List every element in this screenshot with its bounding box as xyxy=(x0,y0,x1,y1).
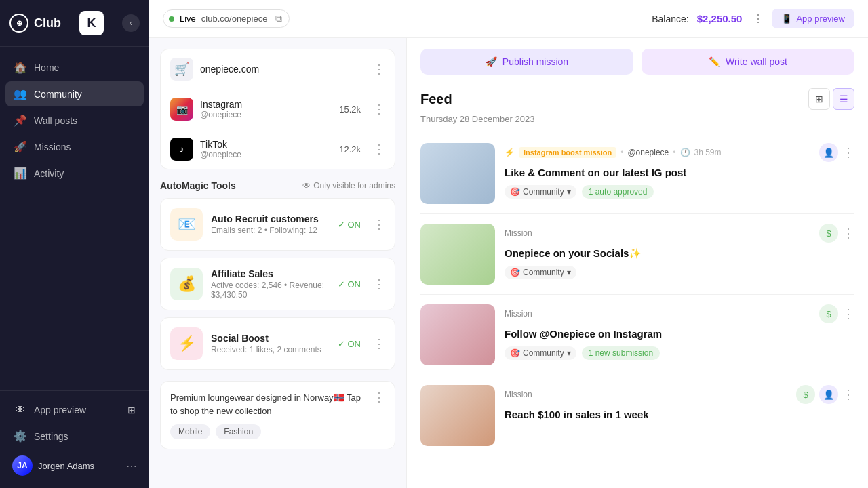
social-links-list: 🛒 onepiece.com ⋮ 📷 Instagram @onepiece 1… xyxy=(160,49,395,169)
site-url[interactable]: club.co/onepiece xyxy=(201,14,268,24)
community-badge-1[interactable]: 🎯 Community ▾ xyxy=(505,185,576,199)
post-options-button[interactable]: ⋮ xyxy=(373,391,385,403)
tool-name: Social Boost xyxy=(211,333,330,344)
feed-item-more-3[interactable]: ⋮ xyxy=(842,308,854,320)
user-row: JA Jorgen Adams ⋯ xyxy=(5,450,144,481)
sidebar-item-activity[interactable]: 📊 Activity xyxy=(5,161,144,186)
community-badge-3[interactable]: 🎯 Community ▾ xyxy=(505,346,576,360)
recruit-icon: 📧 xyxy=(170,208,203,241)
sidebar-item-home[interactable]: 🏠 Home xyxy=(5,55,144,80)
follower-count-tiktok: 12.2k xyxy=(339,144,361,155)
feed-item-header-3: Mission $ ⋮ xyxy=(505,304,854,323)
sidebar-item-missions[interactable]: 🚀 Missions xyxy=(5,134,144,159)
feed-item-more-2[interactable]: ⋮ xyxy=(842,227,854,239)
tool-auto-recruit: 📧 Auto Recruit customers Emails sent: 2 … xyxy=(160,198,395,251)
tool-options-social[interactable]: ⋮ xyxy=(373,338,385,350)
tool-name: Affiliate Sales xyxy=(211,268,330,279)
sidebar-item-app-preview[interactable]: 👁 App preview ⊞ xyxy=(5,398,144,422)
feed-action-icon-1[interactable]: 👤 xyxy=(819,143,838,162)
tool-meta: Received: 1 likes, 2 comments xyxy=(211,345,330,354)
mobile-icon: 📱 xyxy=(781,14,792,24)
topbar: Live club.co/onepiece ⧉ Balance: $2,250.… xyxy=(149,0,868,38)
feed-item: Mission $ ⋮ Onepiece on your Socials✨ 🎯 … xyxy=(420,214,854,295)
sidebar-item-wall-posts[interactable]: 📌 Wall posts xyxy=(5,108,144,133)
sidebar-item-label: Activity xyxy=(34,168,64,179)
sidebar-item-label: Settings xyxy=(34,431,68,442)
sidebar-item-label: Community xyxy=(34,89,82,100)
live-badge: Live club.co/onepiece ⧉ xyxy=(163,9,290,28)
tool-name: Auto Recruit customers xyxy=(211,214,330,224)
feed-view-toggle: ⊞ ☰ xyxy=(808,88,854,110)
target-icon: 🎯 xyxy=(510,348,520,358)
tool-options-affiliate[interactable]: ⋮ xyxy=(373,278,385,290)
sidebar-item-settings[interactable]: ⚙️ Settings xyxy=(5,424,144,449)
social-link-shop: 🛒 onepiece.com ⋮ xyxy=(161,49,395,89)
feed-content-4: Mission $ 👤 ⋮ Reach $100 in sales in 1 w… xyxy=(505,385,854,427)
mission-type-label: Mission xyxy=(505,309,532,319)
feed-item-more-1[interactable]: ⋮ xyxy=(842,146,854,159)
balance-amount: $2,250.50 xyxy=(697,13,743,24)
list-view-button[interactable]: ☰ xyxy=(833,88,854,110)
sidebar-item-community[interactable]: 👥 Community xyxy=(5,81,144,106)
tool-info-affiliate: Affiliate Sales Active codes: 2,546 • Re… xyxy=(211,268,330,300)
avatar: JA xyxy=(12,455,33,476)
write-wall-post-button[interactable]: ✏️ Write wall post xyxy=(642,49,854,75)
feed-item-title-2: Onepiece on your Socials✨ xyxy=(505,247,854,260)
user-options-button[interactable]: ⋯ xyxy=(126,460,137,472)
feed-date: Thursday 28 December 2023 xyxy=(420,114,854,124)
feed-item-more-4[interactable]: ⋮ xyxy=(842,388,854,401)
collapse-sidebar-button[interactable]: ‹ xyxy=(122,14,140,32)
publish-mission-button[interactable]: 🚀 Publish mission xyxy=(420,49,633,75)
feed-time: 3h 59m xyxy=(694,148,722,157)
feed-action-icon-4a[interactable]: $ xyxy=(796,385,815,404)
brand-icon: K xyxy=(79,11,104,35)
tool-options-recruit[interactable]: ⋮ xyxy=(373,218,385,230)
mission-type-label: Mission xyxy=(505,228,532,238)
grid-view-button[interactable]: ⊞ xyxy=(808,88,830,110)
social-link-handle: @onepiece xyxy=(200,150,332,159)
balance-label: Balance: xyxy=(652,14,688,24)
automagic-tools-section: AutoMagic Tools 👁 Only visible for admin… xyxy=(160,180,395,370)
tool-affiliate: 💰 Affiliate Sales Active codes: 2,546 • … xyxy=(160,258,395,310)
qr-icon[interactable]: ⊞ xyxy=(127,405,136,415)
feed-item-title-4: Reach $100 in sales in 1 week xyxy=(505,408,854,422)
social-link-options-shop[interactable]: ⋮ xyxy=(373,63,385,75)
feed-action-icon-3[interactable]: $ xyxy=(819,304,838,323)
home-icon: 🏠 xyxy=(14,61,27,74)
sidebar-bottom: 👁 App preview ⊞ ⚙️ Settings JA Jorgen Ad… xyxy=(0,390,149,488)
user-name: Jorgen Adams xyxy=(38,461,121,471)
feed-item-title-1: Like & Comment on our latest IG post xyxy=(505,166,854,180)
tool-meta: Active codes: 2,546 • Revenue: $3,430.50 xyxy=(211,281,330,300)
tool-status-affiliate: ✓ ON xyxy=(338,279,361,289)
tools-header: AutoMagic Tools 👁 Only visible for admin… xyxy=(160,180,395,191)
shop-icon: 🛒 xyxy=(170,58,193,81)
social-link-name: TikTok xyxy=(200,139,332,150)
feed-item-header-4: Mission $ 👤 ⋮ xyxy=(505,385,854,404)
social-link-options-instagram[interactable]: ⋮ xyxy=(373,103,385,115)
social-link-options-tiktok[interactable]: ⋮ xyxy=(373,143,385,155)
feed-content-3: Mission $ ⋮ Follow @Onepiece on Instagra… xyxy=(505,304,854,360)
left-panel: 🛒 onepiece.com ⋮ 📷 Instagram @onepiece 1… xyxy=(149,38,407,488)
main: Live club.co/onepiece ⧉ Balance: $2,250.… xyxy=(149,0,868,488)
feed-item: ⚡ Instagram boost mission • @onepiece • … xyxy=(420,134,854,214)
feed-item-title-3: Follow @Onepiece on Instagram xyxy=(505,327,854,341)
sidebar-item-label: Home xyxy=(34,62,59,73)
feed-action-icon-4b[interactable]: 👤 xyxy=(819,385,838,404)
approved-badge-1: 1 auto approved xyxy=(582,185,654,199)
pencil-icon: ✏️ xyxy=(709,56,720,67)
community-badge-2[interactable]: 🎯 Community ▾ xyxy=(505,266,576,279)
social-link-instagram: 📷 Instagram @onepiece 15.2k ⋮ xyxy=(161,89,395,129)
tag-mobile: Mobile xyxy=(170,424,210,439)
wall-posts-icon: 📌 xyxy=(14,114,27,127)
copy-url-icon[interactable]: ⧉ xyxy=(275,13,282,24)
app-preview-icon: 👁 xyxy=(14,404,27,416)
app-preview-button[interactable]: 📱 App preview xyxy=(772,9,854,28)
feed-action-icon-2[interactable]: $ xyxy=(819,224,838,243)
feed-thumb-2 xyxy=(420,224,495,285)
feed-thumb-3 xyxy=(420,304,495,365)
balance-options-button[interactable]: ⋮ xyxy=(753,12,764,25)
community-icon: 👥 xyxy=(14,87,27,100)
sidebar-nav: 🏠 Home 👥 Community 📌 Wall posts 🚀 Missio… xyxy=(0,47,149,390)
tool-info-recruit: Auto Recruit customers Emails sent: 2 • … xyxy=(211,214,330,235)
sidebar-logo: ⊕ Club xyxy=(9,14,61,33)
